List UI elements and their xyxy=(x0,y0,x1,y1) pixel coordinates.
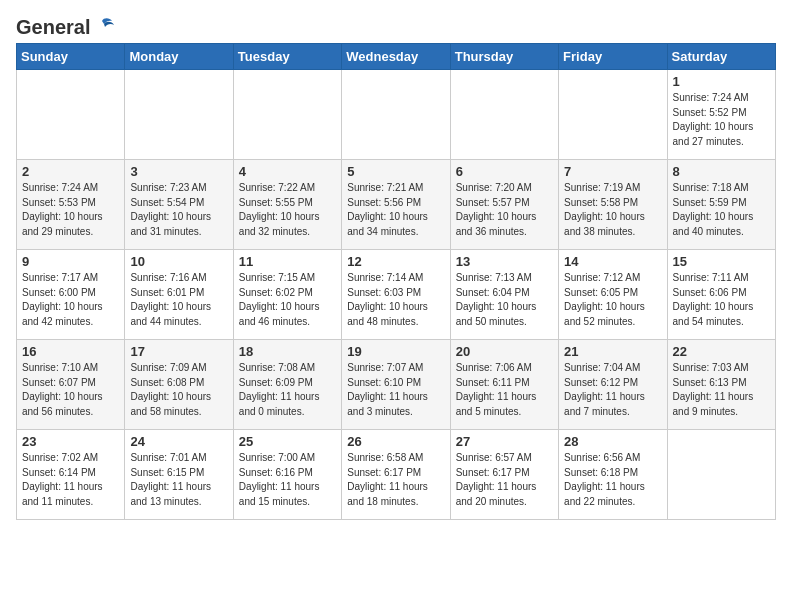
calendar-cell: 8Sunrise: 7:18 AMSunset: 5:59 PMDaylight… xyxy=(667,160,775,250)
weekday-header-monday: Monday xyxy=(125,44,233,70)
day-info: Sunrise: 7:16 AMSunset: 6:01 PMDaylight:… xyxy=(130,271,227,329)
calendar-cell: 3Sunrise: 7:23 AMSunset: 5:54 PMDaylight… xyxy=(125,160,233,250)
weekday-header-friday: Friday xyxy=(559,44,667,70)
day-number: 16 xyxy=(22,344,119,359)
day-number: 9 xyxy=(22,254,119,269)
day-number: 25 xyxy=(239,434,336,449)
day-info: Sunrise: 7:18 AMSunset: 5:59 PMDaylight:… xyxy=(673,181,770,239)
day-info: Sunrise: 7:14 AMSunset: 6:03 PMDaylight:… xyxy=(347,271,444,329)
day-number: 12 xyxy=(347,254,444,269)
day-number: 20 xyxy=(456,344,553,359)
day-info: Sunrise: 7:09 AMSunset: 6:08 PMDaylight:… xyxy=(130,361,227,419)
calendar-cell: 26Sunrise: 6:58 AMSunset: 6:17 PMDayligh… xyxy=(342,430,450,520)
day-info: Sunrise: 7:24 AMSunset: 5:53 PMDaylight:… xyxy=(22,181,119,239)
day-number: 11 xyxy=(239,254,336,269)
day-info: Sunrise: 7:06 AMSunset: 6:11 PMDaylight:… xyxy=(456,361,553,419)
calendar-week-4: 16Sunrise: 7:10 AMSunset: 6:07 PMDayligh… xyxy=(17,340,776,430)
calendar-cell: 5Sunrise: 7:21 AMSunset: 5:56 PMDaylight… xyxy=(342,160,450,250)
day-info: Sunrise: 7:01 AMSunset: 6:15 PMDaylight:… xyxy=(130,451,227,509)
calendar-week-5: 23Sunrise: 7:02 AMSunset: 6:14 PMDayligh… xyxy=(17,430,776,520)
calendar-cell: 4Sunrise: 7:22 AMSunset: 5:55 PMDaylight… xyxy=(233,160,341,250)
day-number: 4 xyxy=(239,164,336,179)
day-number: 28 xyxy=(564,434,661,449)
day-number: 17 xyxy=(130,344,227,359)
day-number: 21 xyxy=(564,344,661,359)
calendar-cell xyxy=(233,70,341,160)
calendar-cell: 6Sunrise: 7:20 AMSunset: 5:57 PMDaylight… xyxy=(450,160,558,250)
page-header: General xyxy=(16,16,776,35)
day-number: 10 xyxy=(130,254,227,269)
calendar-cell: 12Sunrise: 7:14 AMSunset: 6:03 PMDayligh… xyxy=(342,250,450,340)
calendar-cell: 2Sunrise: 7:24 AMSunset: 5:53 PMDaylight… xyxy=(17,160,125,250)
calendar-cell: 17Sunrise: 7:09 AMSunset: 6:08 PMDayligh… xyxy=(125,340,233,430)
calendar-cell: 1Sunrise: 7:24 AMSunset: 5:52 PMDaylight… xyxy=(667,70,775,160)
day-number: 2 xyxy=(22,164,119,179)
calendar-cell xyxy=(342,70,450,160)
day-number: 27 xyxy=(456,434,553,449)
calendar-cell: 25Sunrise: 7:00 AMSunset: 6:16 PMDayligh… xyxy=(233,430,341,520)
day-info: Sunrise: 7:12 AMSunset: 6:05 PMDaylight:… xyxy=(564,271,661,329)
calendar-header-row: SundayMondayTuesdayWednesdayThursdayFrid… xyxy=(17,44,776,70)
day-number: 13 xyxy=(456,254,553,269)
day-number: 18 xyxy=(239,344,336,359)
day-number: 3 xyxy=(130,164,227,179)
calendar-week-1: 1Sunrise: 7:24 AMSunset: 5:52 PMDaylight… xyxy=(17,70,776,160)
day-number: 7 xyxy=(564,164,661,179)
day-number: 14 xyxy=(564,254,661,269)
calendar-cell: 9Sunrise: 7:17 AMSunset: 6:00 PMDaylight… xyxy=(17,250,125,340)
logo: General xyxy=(16,16,114,35)
calendar-cell: 14Sunrise: 7:12 AMSunset: 6:05 PMDayligh… xyxy=(559,250,667,340)
calendar-cell: 11Sunrise: 7:15 AMSunset: 6:02 PMDayligh… xyxy=(233,250,341,340)
day-info: Sunrise: 6:58 AMSunset: 6:17 PMDaylight:… xyxy=(347,451,444,509)
calendar-cell: 24Sunrise: 7:01 AMSunset: 6:15 PMDayligh… xyxy=(125,430,233,520)
day-number: 26 xyxy=(347,434,444,449)
calendar-cell xyxy=(17,70,125,160)
calendar-cell xyxy=(667,430,775,520)
day-info: Sunrise: 7:23 AMSunset: 5:54 PMDaylight:… xyxy=(130,181,227,239)
calendar-cell: 15Sunrise: 7:11 AMSunset: 6:06 PMDayligh… xyxy=(667,250,775,340)
day-info: Sunrise: 7:13 AMSunset: 6:04 PMDaylight:… xyxy=(456,271,553,329)
calendar-cell: 19Sunrise: 7:07 AMSunset: 6:10 PMDayligh… xyxy=(342,340,450,430)
calendar-week-3: 9Sunrise: 7:17 AMSunset: 6:00 PMDaylight… xyxy=(17,250,776,340)
day-info: Sunrise: 7:02 AMSunset: 6:14 PMDaylight:… xyxy=(22,451,119,509)
calendar-cell: 27Sunrise: 6:57 AMSunset: 6:17 PMDayligh… xyxy=(450,430,558,520)
calendar-cell xyxy=(125,70,233,160)
calendar-cell: 18Sunrise: 7:08 AMSunset: 6:09 PMDayligh… xyxy=(233,340,341,430)
day-info: Sunrise: 7:04 AMSunset: 6:12 PMDaylight:… xyxy=(564,361,661,419)
day-info: Sunrise: 7:11 AMSunset: 6:06 PMDaylight:… xyxy=(673,271,770,329)
day-info: Sunrise: 6:56 AMSunset: 6:18 PMDaylight:… xyxy=(564,451,661,509)
day-number: 22 xyxy=(673,344,770,359)
day-number: 1 xyxy=(673,74,770,89)
day-number: 8 xyxy=(673,164,770,179)
day-info: Sunrise: 7:19 AMSunset: 5:58 PMDaylight:… xyxy=(564,181,661,239)
day-info: Sunrise: 7:08 AMSunset: 6:09 PMDaylight:… xyxy=(239,361,336,419)
logo-text-general: General xyxy=(16,16,90,39)
day-info: Sunrise: 7:24 AMSunset: 5:52 PMDaylight:… xyxy=(673,91,770,149)
calendar-cell: 22Sunrise: 7:03 AMSunset: 6:13 PMDayligh… xyxy=(667,340,775,430)
day-info: Sunrise: 7:10 AMSunset: 6:07 PMDaylight:… xyxy=(22,361,119,419)
day-info: Sunrise: 7:21 AMSunset: 5:56 PMDaylight:… xyxy=(347,181,444,239)
day-info: Sunrise: 6:57 AMSunset: 6:17 PMDaylight:… xyxy=(456,451,553,509)
weekday-header-saturday: Saturday xyxy=(667,44,775,70)
calendar-cell: 20Sunrise: 7:06 AMSunset: 6:11 PMDayligh… xyxy=(450,340,558,430)
day-number: 19 xyxy=(347,344,444,359)
weekday-header-tuesday: Tuesday xyxy=(233,44,341,70)
day-number: 24 xyxy=(130,434,227,449)
calendar-cell: 13Sunrise: 7:13 AMSunset: 6:04 PMDayligh… xyxy=(450,250,558,340)
day-number: 23 xyxy=(22,434,119,449)
day-number: 6 xyxy=(456,164,553,179)
day-number: 15 xyxy=(673,254,770,269)
day-info: Sunrise: 7:15 AMSunset: 6:02 PMDaylight:… xyxy=(239,271,336,329)
day-info: Sunrise: 7:22 AMSunset: 5:55 PMDaylight:… xyxy=(239,181,336,239)
weekday-header-wednesday: Wednesday xyxy=(342,44,450,70)
calendar-cell: 16Sunrise: 7:10 AMSunset: 6:07 PMDayligh… xyxy=(17,340,125,430)
calendar-cell: 23Sunrise: 7:02 AMSunset: 6:14 PMDayligh… xyxy=(17,430,125,520)
calendar-cell: 7Sunrise: 7:19 AMSunset: 5:58 PMDaylight… xyxy=(559,160,667,250)
weekday-header-sunday: Sunday xyxy=(17,44,125,70)
day-number: 5 xyxy=(347,164,444,179)
day-info: Sunrise: 7:00 AMSunset: 6:16 PMDaylight:… xyxy=(239,451,336,509)
day-info: Sunrise: 7:20 AMSunset: 5:57 PMDaylight:… xyxy=(456,181,553,239)
logo-bird-icon xyxy=(92,17,114,35)
calendar-table: SundayMondayTuesdayWednesdayThursdayFrid… xyxy=(16,43,776,520)
day-info: Sunrise: 7:17 AMSunset: 6:00 PMDaylight:… xyxy=(22,271,119,329)
